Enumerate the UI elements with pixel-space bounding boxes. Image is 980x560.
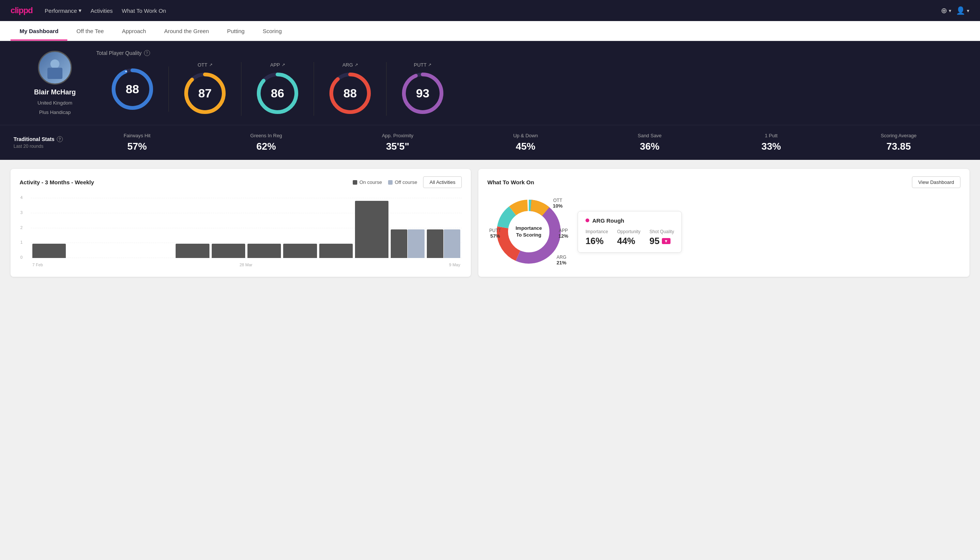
traditional-stats: Traditional Stats ? Last 20 rounds Fairw… [0,125,980,160]
score-app: APP ↗ 86 [241,62,314,116]
ring-putt: 93 [400,71,445,116]
tab-off-the-tee[interactable]: Off the Tee [67,21,113,41]
donut-chart: Importance To Scoring OTT 10% APP 12% AR… [488,194,570,269]
donut-label-putt: PUTT 57% [489,228,501,239]
work-content: Importance To Scoring OTT 10% APP 12% AR… [488,194,960,269]
trad-stats-subtitle: Last 20 rounds [13,144,74,149]
trend-up-icon: ↗ [282,62,285,67]
chevron-down-icon: ▾ [78,7,82,14]
stat-fairways-hit: Fairways Hit 57% [124,133,151,152]
stat-up-down: Up & Down 45% [513,133,538,152]
tab-around-the-green[interactable]: Around the Green [155,21,218,41]
info-stat-value: 16% [586,236,608,246]
bar-group [319,244,353,258]
score-arg: ARG ↗ 88 [314,62,387,116]
stat-value: 45% [516,141,535,152]
x-label-start: 7 Feb [32,263,43,267]
score-overall: 88 [96,67,169,112]
tab-approach[interactable]: Approach [113,21,155,41]
bar-group [391,229,424,258]
hero-section: Blair McHarg United Kingdom Plus Handica… [0,41,980,125]
activity-card: Activity - 3 Months - Weekly On course O… [10,169,471,277]
stat-value: 57% [127,141,146,152]
bar-group [283,244,317,258]
tab-my-dashboard[interactable]: My Dashboard [10,21,67,41]
bar-group [32,244,66,258]
stat-value: 33% [762,141,781,152]
chevron-down-icon: ▾ [949,8,952,13]
legend-off-course: Off course [388,179,418,185]
top-nav: clippd Performance ▾ Activities What To … [0,0,980,21]
player-handicap: Plus Handicap [39,110,71,115]
stat-label: Greens In Reg [250,133,283,138]
stat-value: 73.85 [886,141,911,152]
info-stat-opportunity: Opportunity 44% [617,229,641,246]
help-icon[interactable]: ? [144,50,150,56]
player-info: Blair McHarg United Kingdom Plus Handica… [13,51,96,115]
donut-center: Importance To Scoring [516,225,542,238]
scores-section: Total Player Quality ? 88 [96,50,967,116]
legend-on-course: On course [353,179,382,185]
add-button[interactable]: ⊕ ▾ [941,6,952,15]
stat-label: Scoring Average [881,133,917,138]
nav-performance[interactable]: Performance ▾ [45,7,82,14]
info-stat-value: 44% [617,236,641,246]
ring-ott: 87 [182,71,228,116]
info-stat-label: Opportunity [617,229,641,234]
trend-up-icon: ↗ [354,62,358,67]
activity-card-title: Activity - 3 Months - Weekly [20,179,94,185]
score-putt-label: PUTT ↗ [414,62,432,68]
x-label-end: 9 May [449,263,460,267]
bar-on [283,244,317,258]
user-icon: 👤 [956,6,965,15]
bar-off [444,229,460,258]
scores-row: 88 OTT ↗ 87 [96,62,967,116]
player-quality-row: Blair McHarg United Kingdom Plus Handica… [13,50,967,116]
info-stat-shot-quality: Shot Quality 95 ▼ [649,229,674,246]
svg-point-0 [50,59,60,68]
plus-circle-icon: ⊕ [941,6,947,15]
nav-activities[interactable]: Activities [91,7,113,14]
legend-dot-on [353,180,357,185]
help-icon[interactable]: ? [57,136,63,142]
user-menu-button[interactable]: 👤 ▾ [956,6,970,15]
stat-label: Sand Save [638,133,662,138]
score-ott-value: 87 [198,87,212,100]
bar-on [355,201,388,258]
stat-label: Fairways Hit [124,133,151,138]
bar-on [248,244,281,258]
ring-app: 86 [255,71,300,116]
info-stat-value: 95 [649,236,660,246]
info-stats: Importance 16% Opportunity 44% Shot Qual… [586,229,674,246]
score-app-label: APP ↗ [270,62,285,68]
activity-card-header: Activity - 3 Months - Weekly On course O… [20,177,462,188]
app-logo: clippd [10,6,33,15]
info-card: ARG Rough Importance 16% Opportunity 44%… [577,211,682,253]
nav-what-to-work-on[interactable]: What To Work On [122,7,166,14]
info-card-title: ARG Rough [586,217,674,224]
player-name: Blair McHarg [34,88,76,96]
scores-title: Total Player Quality ? [96,50,967,56]
ring-overall: 88 [110,67,155,112]
donut-center-line2: To Scoring [516,232,542,238]
bar-group [355,201,388,258]
score-overall-value: 88 [126,82,139,96]
bar-group [248,244,281,258]
stat-items: Fairways Hit 57% Greens In Reg 62% App. … [74,133,967,152]
score-ott: OTT ↗ 87 [169,62,241,116]
ring-arg: 88 [328,71,373,116]
tab-scoring[interactable]: Scoring [253,21,291,41]
all-activities-button[interactable]: All Activities [423,177,462,188]
score-arg-value: 88 [343,87,357,100]
stat-1putt: 1 Putt 33% [762,133,781,152]
shot-quality-row: 95 ▼ [649,236,674,246]
bar-on [212,244,245,258]
bar-on [319,244,353,258]
bar-on [32,244,66,258]
stat-value: 35'5" [386,141,409,152]
score-arg-label: ARG ↗ [342,62,358,68]
donut-center-line1: Importance [516,225,542,232]
bar-on [427,229,443,258]
view-dashboard-button[interactable]: View Dashboard [912,177,960,188]
tab-putting[interactable]: Putting [218,21,254,41]
